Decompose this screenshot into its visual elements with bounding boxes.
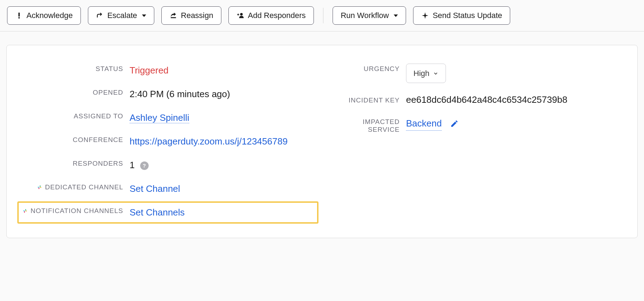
svg-rect-9 [38, 188, 39, 189]
svg-rect-10 [23, 211, 25, 211]
svg-rect-12 [25, 211, 27, 211]
dedicated-channel-label: DEDICATED CHANNEL [21, 182, 123, 191]
send-status-update-button[interactable]: Send Status Update [413, 6, 510, 25]
status-value: Triggered [130, 64, 315, 77]
status-row: STATUS Triggered [21, 64, 315, 77]
impacted-service-value-wrap: Backend [406, 117, 623, 131]
urgency-label: URGENCY [329, 64, 400, 73]
incident-details-card: STATUS Triggered OPENED 2:40 PM (6 minut… [6, 45, 638, 238]
notification-channels-highlight: NOTIFICATION CHANNELS Set Channels [17, 201, 318, 224]
conference-row: CONFERENCE https://pagerduty.zoom.us/j/1… [21, 135, 315, 148]
impacted-service-label: IMPACTED SERVICE [329, 117, 400, 134]
incident-key-label: INCIDENT KEY [329, 93, 400, 104]
acknowledge-label: Acknowledge [26, 11, 73, 20]
svg-rect-0 [18, 13, 20, 17]
notification-channels-row: NOTIFICATION CHANNELS Set Channels [21, 206, 315, 219]
escalate-button[interactable]: Escalate [88, 6, 154, 25]
conference-value: https://pagerduty.zoom.us/j/123456789 [130, 135, 315, 148]
incident-key-value: ee618dc6d4b642a48c4c6534c25739b8 [406, 93, 623, 107]
conference-label: CONFERENCE [21, 135, 123, 144]
detail-grid: STATUS Triggered OPENED 2:40 PM (6 minut… [21, 64, 623, 219]
svg-rect-11 [25, 209, 26, 211]
escalate-arrow-icon [96, 12, 104, 19]
svg-rect-6 [37, 187, 39, 188]
slack-icon [22, 208, 28, 214]
send-status-update-label: Send Status Update [433, 11, 502, 20]
incident-key-row: INCIDENT KEY ee618dc6d4b642a48c4c6534c25… [329, 93, 623, 107]
opened-row: OPENED 2:40 PM (6 minutes ago) [21, 87, 315, 101]
add-responders-button[interactable]: Add Responders [228, 6, 314, 25]
svg-rect-2 [171, 17, 176, 18]
chevron-down-icon [394, 14, 398, 17]
responders-row: RESPONDERS 1 ? [21, 158, 315, 172]
set-channels-link[interactable]: Set Channels [130, 207, 185, 218]
action-toolbar: Acknowledge Escalate Reassign Add Respon… [0, 0, 644, 31]
set-channel-link[interactable]: Set Channel [130, 183, 180, 194]
status-label: STATUS [21, 64, 123, 73]
dedicated-channel-row: DEDICATED CHANNEL Set Channel [21, 182, 315, 196]
svg-rect-8 [40, 187, 41, 188]
right-column: URGENCY High INCIDENT KEY ee618dc6d4b642… [329, 64, 623, 219]
chevron-down-icon [433, 71, 439, 76]
reassign-button[interactable]: Reassign [161, 6, 221, 25]
assigned-link[interactable]: Ashley Spinelli [130, 112, 189, 123]
left-column: STATUS Triggered OPENED 2:40 PM (6 minut… [21, 64, 315, 219]
dedicated-channel-value: Set Channel [130, 182, 315, 196]
responders-label: RESPONDERS [21, 158, 123, 167]
slack-icon [37, 184, 42, 190]
escalate-label: Escalate [107, 11, 137, 20]
svg-rect-7 [40, 185, 40, 187]
urgency-value: High [413, 67, 429, 79]
add-person-icon [237, 12, 244, 19]
dedicated-channel-label-text: DEDICATED CHANNEL [45, 183, 123, 191]
assigned-label: ASSIGNED TO [21, 111, 123, 120]
responders-value-wrap: 1 ? [130, 158, 315, 172]
assigned-row: ASSIGNED TO Ashley Spinelli [21, 111, 315, 125]
impacted-service-row: IMPACTED SERVICE Backend [329, 117, 623, 134]
help-icon[interactable]: ? [140, 161, 149, 170]
urgency-row: URGENCY High [329, 64, 623, 83]
impacted-service-link[interactable]: Backend [406, 117, 442, 131]
share-icon [169, 12, 177, 19]
opened-label: OPENED [21, 87, 123, 96]
assigned-value: Ashley Spinelli [130, 111, 315, 125]
urgency-value-wrap: High [406, 64, 623, 83]
toolbar-divider [323, 8, 323, 23]
run-workflow-button[interactable]: Run Workflow [333, 6, 406, 25]
svg-rect-1 [18, 17, 20, 19]
toolbar-group-right: Run Workflow Send Status Update [333, 6, 510, 25]
run-workflow-label: Run Workflow [341, 11, 389, 20]
toolbar-group-left: Acknowledge Escalate Reassign Add Respon… [7, 6, 314, 25]
chevron-down-icon [142, 14, 146, 17]
notification-channels-label: NOTIFICATION CHANNELS [21, 206, 123, 215]
add-responders-label: Add Responders [248, 11, 306, 20]
svg-rect-5 [238, 14, 239, 16]
opened-value: 2:40 PM (6 minutes ago) [130, 87, 315, 101]
acknowledge-button[interactable]: Acknowledge [7, 6, 81, 25]
svg-point-3 [240, 13, 243, 16]
sparkle-icon [421, 12, 429, 19]
responders-count: 1 [130, 160, 135, 170]
conference-link[interactable]: https://pagerduty.zoom.us/j/123456789 [130, 136, 288, 147]
reassign-label: Reassign [181, 11, 213, 20]
svg-rect-13 [24, 211, 25, 213]
notification-channels-value: Set Channels [130, 206, 315, 219]
exclamation-icon [15, 12, 23, 19]
pencil-icon[interactable] [450, 119, 459, 128]
notification-channels-label-text: NOTIFICATION CHANNELS [31, 207, 123, 215]
urgency-select[interactable]: High [406, 64, 446, 83]
